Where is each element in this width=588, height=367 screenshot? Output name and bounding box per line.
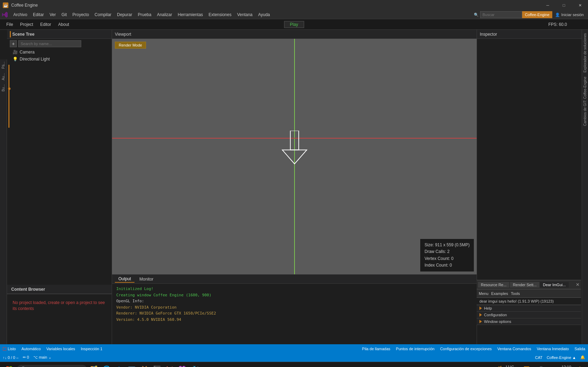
- menu-editar[interactable]: Editar: [30, 10, 47, 19]
- menu-herramientas[interactable]: Herramientas: [175, 10, 206, 19]
- imgui-tab-render[interactable]: Render Sett...: [510, 282, 539, 288]
- right-panel: Inspector Resource Re... Render Sett... …: [477, 30, 582, 344]
- output-tab-output[interactable]: Output: [115, 276, 134, 283]
- taskbar-outlook[interactable]: 📧: [126, 364, 137, 367]
- inspector-header: Inspector: [477, 30, 582, 39]
- debug-pila[interactable]: Pila de llamadas: [362, 347, 390, 351]
- imgui-section-config[interactable]: Configuration: [477, 312, 581, 318]
- engine-menu-editor[interactable]: Editor: [37, 21, 55, 28]
- error-indicator: [3, 347, 6, 351]
- imgui-section-help[interactable]: Help: [477, 305, 581, 312]
- play-button[interactable]: Play: [284, 21, 304, 28]
- debug-ventana-cmd[interactable]: Ventana Comandos: [497, 347, 531, 351]
- minimize-button[interactable]: ─: [540, 0, 556, 10]
- debug-ventana-inm[interactable]: Ventana Inmediato: [537, 347, 569, 351]
- taskbar-terminal[interactable]: ⬛: [151, 364, 162, 367]
- imgui-menu-bar: Menu Examples Tools: [477, 289, 581, 298]
- menu-analizar[interactable]: Analizar: [154, 10, 175, 19]
- viewport-area[interactable]: Render Mode Size: 911 x 559 (0.5MP) Draw…: [112, 39, 477, 274]
- imgui-close-button[interactable]: ✕: [576, 282, 580, 287]
- left-tab-pa[interactable]: Pá...: [1, 59, 6, 71]
- output-panel: Output Monitor Initialized Log! Creating…: [112, 274, 477, 344]
- tree-item-light-label: Directional Light: [20, 57, 50, 62]
- menu-git[interactable]: Git: [58, 10, 69, 19]
- menu-depurar[interactable]: Depurar: [114, 10, 135, 19]
- taskbar-docker[interactable]: 🐳: [189, 364, 200, 367]
- left-tab-bu[interactable]: Bu...: [1, 82, 6, 94]
- system-clock[interactable]: 12:10 18/12/2024: [552, 365, 571, 367]
- vs-side-tab-git[interactable]: Cambios de GIT: Coffee-Engine: [582, 75, 588, 128]
- vs-side-tabs: Explorador de soluciones Cambios de GIT:…: [582, 30, 588, 344]
- debug-bar: Listo Automático Variables locales Inspe…: [0, 344, 588, 353]
- imgui-menu-examples[interactable]: Examples: [491, 291, 508, 296]
- engine-menu-project[interactable]: Project: [16, 21, 36, 28]
- sign-in-button[interactable]: 👤 Iniciar sesión: [552, 12, 587, 18]
- scene-search-input[interactable]: [18, 40, 81, 47]
- debug-config-exc[interactable]: Configuración de excepciones: [440, 347, 492, 351]
- vs-search-input[interactable]: [480, 11, 522, 18]
- vs-status-bar: ↑↓ 0 / 0 – ✏ 0 ⌥ main ⌄ CAT Coffee-Engin…: [0, 353, 588, 362]
- menu-archivo[interactable]: Archivo: [11, 10, 30, 19]
- viewport-arrow: [281, 130, 309, 167]
- scene-tree-accent: [10, 31, 11, 37]
- maximize-button[interactable]: □: [556, 0, 572, 10]
- add-node-button[interactable]: +: [10, 40, 17, 47]
- vs-side-tab-explorer[interactable]: Explorador de soluciones: [582, 31, 588, 75]
- weather-info: 11°C Soleado: [505, 365, 518, 367]
- tree-item-camera-label: Camera: [20, 50, 35, 55]
- scene-tree-content: 🎥 Camera 💡 Directional Light: [7, 49, 112, 285]
- debug-puntos[interactable]: Puntos de interrupción: [396, 347, 435, 351]
- left-tab-au[interactable]: Au...: [1, 71, 6, 83]
- debug-right: Pila de llamadas Puntos de interrupción …: [362, 347, 585, 351]
- tray-volume[interactable]: 🔊: [535, 364, 546, 367]
- content-browser-header: Content Browser: [7, 285, 112, 294]
- output-tab-monitor[interactable]: Monitor: [136, 276, 157, 282]
- start-button[interactable]: [3, 363, 15, 367]
- play-btn[interactable]: Play: [284, 21, 304, 28]
- debug-inspeccion[interactable]: Inspección 1: [81, 347, 103, 351]
- taskbar-firefox[interactable]: 🦊: [139, 364, 150, 367]
- menu-prueba[interactable]: Prueba: [135, 10, 154, 19]
- menu-ayuda[interactable]: Ayuda: [255, 10, 273, 19]
- imgui-section-window[interactable]: Window options: [477, 318, 581, 325]
- taskbar-github[interactable]: 🐙: [164, 364, 175, 367]
- render-mode-button[interactable]: Render Mode: [115, 42, 146, 49]
- menu-ver[interactable]: Ver: [47, 10, 58, 19]
- engine-menu-file[interactable]: File: [3, 21, 16, 28]
- taskbar-vs[interactable]: 💜: [177, 364, 188, 367]
- debug-variables[interactable]: Variables locales: [46, 347, 75, 351]
- notification-icon[interactable]: 🔔: [574, 364, 585, 367]
- menu-compilar[interactable]: Compilar: [92, 10, 114, 19]
- taskbar-browser[interactable]: 🌐: [101, 364, 112, 367]
- status-engine[interactable]: Coffee-Engine ▲: [547, 355, 576, 360]
- imgui-menu-menu[interactable]: Menu: [479, 291, 489, 296]
- status-branch[interactable]: ⌥ main ⌄: [33, 355, 51, 360]
- taskbar-file-explorer[interactable]: 🗂️: [88, 364, 99, 367]
- status-bell[interactable]: 🔔: [580, 355, 585, 360]
- status-ready: Listo: [3, 347, 16, 351]
- status-lang[interactable]: CAT: [535, 355, 542, 360]
- menu-proyecto[interactable]: Proyecto: [70, 10, 92, 19]
- imgui-menu-tools[interactable]: Tools: [511, 291, 520, 296]
- debug-automatico[interactable]: Automático: [21, 347, 41, 351]
- imgui-panel: Resource Re... Render Sett... Dear ImGui…: [477, 280, 581, 325]
- stat-size: Size: 911 x 559 (0.5MP): [424, 242, 470, 248]
- tray-network[interactable]: 📶: [521, 364, 532, 367]
- taskbar-edge[interactable]: ⬡: [113, 364, 125, 367]
- status-arrows[interactable]: ↑↓ 0 / 0 –: [3, 355, 19, 360]
- engine-menu-about[interactable]: About: [55, 21, 72, 28]
- tree-item-light[interactable]: 💡 Directional Light: [7, 56, 112, 63]
- menu-ventana[interactable]: Ventana: [234, 10, 255, 19]
- menu-extensiones[interactable]: Extensiones: [206, 10, 234, 19]
- status-edit[interactable]: ✏ 0: [23, 355, 29, 360]
- log-line-5: Version: 4.5.0 NVIDIA 560.94: [116, 317, 472, 323]
- imgui-tab-resource[interactable]: Resource Re...: [478, 282, 509, 288]
- taskbar-search[interactable]: 🔍 Cerca: [17, 365, 87, 367]
- scene-tree-title: Scene Tree: [12, 32, 34, 37]
- imgui-window-label: Window options: [484, 319, 511, 324]
- debug-salida[interactable]: Salida: [574, 347, 585, 351]
- imgui-tab-dear[interactable]: Dear ImGui...: [540, 282, 568, 288]
- tree-item-camera[interactable]: 🎥 Camera: [7, 49, 112, 56]
- weather-widget[interactable]: ☀️ 11°C Soleado: [497, 365, 518, 367]
- close-button[interactable]: ✕: [572, 0, 588, 10]
